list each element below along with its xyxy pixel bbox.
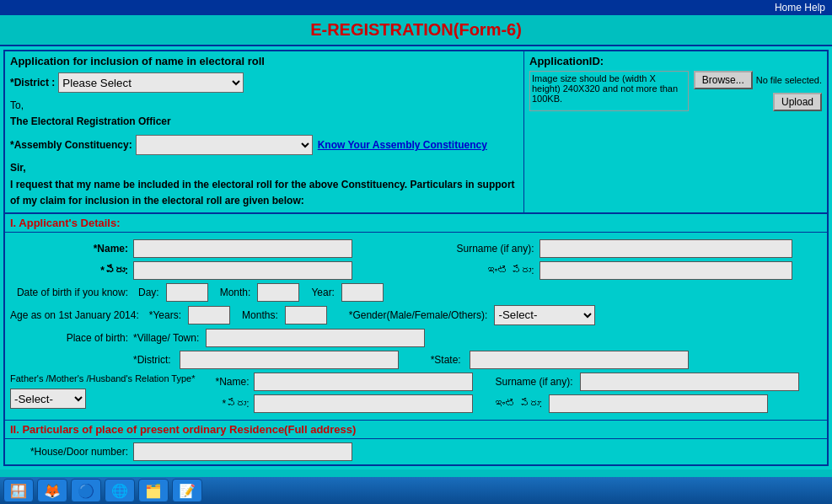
app-header: Application for inclusion of name in ele… <box>5 51 827 213</box>
to-block: To, The Electoral Registration Officer <box>10 98 518 130</box>
dob-month-input[interactable] <box>257 283 299 302</box>
request-text: I request that my name be included in th… <box>10 177 518 209</box>
application-title: Application for inclusion of name in ele… <box>10 55 518 67</box>
name-row: *Name: Surname (if any): <box>5 239 827 258</box>
district-select[interactable]: Please Select <box>58 72 244 93</box>
district-label2: *District: <box>133 354 171 366</box>
name-label: *Name: <box>10 243 128 255</box>
telugu-surname-input[interactable] <box>539 261 792 280</box>
app-id-label: ApplicationID: <box>529 55 822 67</box>
name-input[interactable] <box>133 239 352 258</box>
sir-text: Sir, <box>10 160 518 176</box>
telugu-name-input[interactable] <box>133 261 352 280</box>
form-outer: Application for inclusion of name in ele… <box>3 50 829 466</box>
browse-row: Browse... No file selected. <box>694 71 822 89</box>
assembly-label: *Assembly Constituency: <box>10 139 132 151</box>
taskbar-start-btn[interactable]: 🪟 <box>3 479 34 502</box>
photo-note: Image size should be (width X height) 24… <box>529 71 689 111</box>
relation-telugu-surname-input[interactable] <box>549 394 768 413</box>
years-label: *Years: <box>149 309 181 321</box>
relation-telugu-name-label: *పేరు: <box>198 398 249 410</box>
relation-type-select[interactable]: -Select- Father Mother Husband <box>10 389 86 409</box>
section2-header: II. Particulars of place of present ordi… <box>5 420 827 439</box>
explorer-icon: 🗂️ <box>145 483 162 499</box>
district-label: *District : <box>10 77 55 88</box>
relation-telugu-surname-label: ఇంటి పేరు: <box>495 398 542 410</box>
relation-name-row: *Name: Surname (if any): <box>198 373 822 391</box>
dob-year-input[interactable] <box>341 283 384 302</box>
age-label: Age as on 1st January 2014: <box>10 309 139 321</box>
place-birth-row: Place of birth: *Village/ Town: *Distric… <box>5 329 827 369</box>
dob-row: Date of birth if you know: Day: Month: Y… <box>5 283 827 302</box>
telugu-name-col-right: ఇంటి పేరు: <box>416 261 823 280</box>
word-icon: 📝 <box>179 483 196 499</box>
relation-telugu-row: *పేరు: ఇంటి పేరు: <box>198 394 822 413</box>
house-label: *House/Door number: <box>10 446 128 458</box>
relation-section: Father's /Mother's /Husband's Relation T… <box>5 373 827 413</box>
section1-header: I. Applicant's Details: <box>5 213 827 233</box>
age-row: Age as on 1st January 2014: *Years: Mont… <box>5 305 827 325</box>
relation-telugu-name-input[interactable] <box>254 394 473 413</box>
telugu-surname-label: ఇంటి పేరు: <box>416 265 534 276</box>
taskbar-word-btn[interactable]: 📝 <box>172 479 202 502</box>
relation-left: Father's /Mother's /Husband's Relation T… <box>10 373 195 409</box>
windows-icon: 🪟 <box>10 483 27 499</box>
top-bar: Home Help <box>0 0 832 15</box>
relation-surname-input[interactable] <box>580 373 799 391</box>
name-col-right: Surname (if any): <box>416 239 823 258</box>
taskbar-chrome-btn[interactable]: 🔵 <box>71 479 101 502</box>
place-birth-label: Place of birth: <box>10 329 128 344</box>
village-town-row: *Village/ Town: <box>133 329 689 347</box>
home-link[interactable]: Home <box>775 2 802 13</box>
gender-label: *Gender(Male/Female/Others): <box>349 309 488 321</box>
month-label: Month: <box>220 287 251 298</box>
chrome-icon: 🔵 <box>78 483 94 499</box>
app-header-left: Application for inclusion of name in ele… <box>5 51 523 212</box>
district-state-row: *District: *State: <box>133 351 689 369</box>
telugu-name-col-left: *పేరు: <box>10 261 416 280</box>
sir-block: Sir, I request that my name be included … <box>10 160 518 209</box>
birth-state-input[interactable] <box>470 351 689 369</box>
upload-button[interactable]: Upload <box>773 93 822 111</box>
age-months-input[interactable] <box>285 306 327 324</box>
relation-type-label: Father's /Mother's /Husband's Relation T… <box>10 373 195 385</box>
app-header-right: ApplicationID: Image size should be (wid… <box>523 51 827 212</box>
village-town-label: *Village/ Town: <box>133 332 199 344</box>
telugu-name-label: *పేరు: <box>10 265 128 276</box>
district-row: *District : Please Select <box>10 72 518 93</box>
surname-label: Surname (if any): <box>416 243 534 255</box>
no-file-text: No file selected. <box>756 75 822 85</box>
birth-district-input[interactable] <box>180 351 399 369</box>
taskbar-explorer-btn[interactable]: 🗂️ <box>138 479 169 502</box>
surname-input[interactable] <box>539 239 792 258</box>
taskbar-ie-btn[interactable]: 🌐 <box>105 479 135 502</box>
dob-label: Date of birth if you know: <box>10 287 128 298</box>
year-label: Year: <box>311 287 335 298</box>
help-link[interactable]: Help <box>804 2 825 13</box>
firefox-icon: 🦊 <box>44 483 61 499</box>
photo-section: Image size should be (width X height) 24… <box>529 71 822 111</box>
section1-form: *Name: Surname (if any): *పేరు: ఇంటి పేర… <box>5 233 827 420</box>
village-town-input[interactable] <box>206 329 425 347</box>
ie-icon: 🌐 <box>111 483 128 499</box>
assembly-select[interactable] <box>136 135 313 155</box>
place-birth-fields: *Village/ Town: *District: *State: <box>133 329 689 369</box>
age-years-input[interactable] <box>188 306 230 324</box>
to-line1: To, <box>10 98 518 114</box>
taskbar-firefox-btn[interactable]: 🦊 <box>37 479 67 502</box>
relation-name-input[interactable] <box>254 373 473 391</box>
page-title: E-REGISTRATION(Form-6) <box>0 15 832 46</box>
know-assembly-link[interactable]: Know Your Assembly Constituency <box>318 139 487 151</box>
telugu-name-row: *పేరు: ఇంటి పేరు: <box>5 261 827 280</box>
assembly-row: *Assembly Constituency: Know Your Assemb… <box>10 135 518 155</box>
main-container: Application for inclusion of name in ele… <box>0 46 832 469</box>
name-col-left: *Name: <box>10 239 416 258</box>
taskbar: 🪟 🦊 🔵 🌐 🗂️ 📝 <box>0 477 832 504</box>
to-line2: The Electoral Registration Officer <box>10 114 518 130</box>
state-label: *State: <box>431 354 461 366</box>
gender-select[interactable]: -Select- Male Female Others <box>494 305 595 325</box>
house-input[interactable] <box>133 442 352 461</box>
browse-button[interactable]: Browse... <box>694 71 753 89</box>
dob-day-input[interactable] <box>166 283 208 302</box>
photo-controls: Browse... No file selected. Upload <box>694 71 822 111</box>
